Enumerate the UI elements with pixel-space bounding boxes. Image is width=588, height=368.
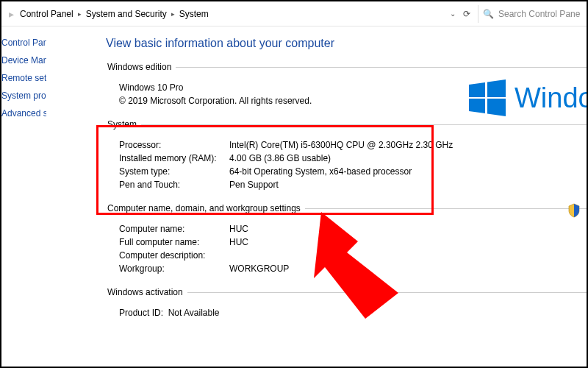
spec-value: Not Available <box>168 308 220 318</box>
chevron-right-icon: ▸ <box>7 8 15 20</box>
sidebar-item-home[interactable]: Control Panel Home <box>1 34 46 52</box>
windows-icon <box>469 79 506 116</box>
svg-marker-3 <box>487 99 506 116</box>
spec-label: Pen and Touch: <box>119 180 229 190</box>
spec-row: Installed memory (RAM): 4.00 GB (3.86 GB… <box>119 153 587 163</box>
breadcrumb: Control Panel ▸ System and Security ▸ Sy… <box>20 9 445 19</box>
windows-brand-text: Windows <box>514 82 587 114</box>
section-legend: Computer name, domain, and workgroup set… <box>106 203 305 213</box>
spec-value: WORKGROUP <box>229 263 289 274</box>
breadcrumb-item[interactable]: Control Panel <box>20 9 74 19</box>
chevron-down-icon[interactable]: ⌄ <box>450 10 456 18</box>
windows-edition-name: Windows 10 Pro <box>119 82 183 93</box>
spec-label: Installed memory (RAM): <box>119 153 229 163</box>
section-legend: Windows activation <box>106 287 187 297</box>
spec-value: Pen Support <box>229 180 279 190</box>
search-icon: 🔍 <box>483 9 494 19</box>
spec-value: Intel(R) Core(TM) i5-6300HQ CPU @ 2.30GH… <box>229 140 453 150</box>
breadcrumb-item[interactable]: System and Security <box>86 9 167 19</box>
sidebar-item-device-manager[interactable]: Device Manager <box>1 52 46 69</box>
spec-label: Product ID: <box>119 308 163 318</box>
search-placeholder: Search Control Panel <box>498 9 581 19</box>
windows-logo: Windows <box>469 79 587 116</box>
section-legend: System <box>106 119 141 130</box>
svg-marker-0 <box>469 82 485 97</box>
spec-row: Product ID: Not Available <box>119 308 587 318</box>
breadcrumb-item[interactable]: System <box>179 9 209 19</box>
spec-row: Computer name: HUC <box>119 224 587 234</box>
spec-label: Full computer name: <box>119 237 229 247</box>
sidebar-item-system-protection[interactable]: System protection <box>1 87 46 105</box>
spec-row: Computer description: <box>119 250 587 261</box>
windows-copyright: © 2019 Microsoft Corporation. All rights… <box>119 96 312 106</box>
section-system: System Processor: Intel(R) Core(TM) i5-6… <box>106 119 587 196</box>
spec-value: HUC <box>229 224 248 234</box>
section-legend: Windows edition <box>106 62 176 72</box>
spec-value: HUC <box>229 237 248 247</box>
svg-marker-1 <box>487 79 506 97</box>
address-bar: ▸ Control Panel ▸ System and Security ▸ … <box>1 1 587 26</box>
section-activation: Windows activation Product ID: Not Avail… <box>106 287 587 324</box>
spec-row: Workgroup: WORKGROUP <box>119 263 587 274</box>
spec-row: Pen and Touch: Pen Support <box>119 180 587 190</box>
shield-icon <box>567 203 581 218</box>
spec-label: Workgroup: <box>119 263 229 274</box>
spec-row: Full computer name: HUC <box>119 237 587 247</box>
content-pane: View basic information about your comput… <box>47 26 587 367</box>
sidebar: Control Panel Home Device Manager Remote… <box>1 26 47 367</box>
spec-label: Processor: <box>119 140 229 150</box>
sidebar-item-advanced-settings[interactable]: Advanced system settings <box>1 105 46 122</box>
chevron-right-icon: ▸ <box>78 10 82 18</box>
chevron-right-icon: ▸ <box>171 10 175 18</box>
address-bar-controls: ⌄ ⟳ 🔍 Search Control Panel <box>450 5 581 23</box>
page-title: View basic information about your comput… <box>106 37 587 50</box>
spec-value: 64-bit Operating System, x64-based proce… <box>229 166 412 177</box>
spec-row: System type: 64-bit Operating System, x6… <box>119 166 587 177</box>
spec-label: System type: <box>119 166 229 177</box>
spec-label: Computer description: <box>119 250 229 261</box>
search-input[interactable]: 🔍 Search Control Panel <box>478 5 581 23</box>
spec-label: Computer name: <box>119 224 229 234</box>
spec-row: Processor: Intel(R) Core(TM) i5-6300HQ C… <box>119 140 587 150</box>
section-computer-name: Computer name, domain, and workgroup set… <box>106 203 587 280</box>
svg-marker-2 <box>469 99 485 113</box>
spec-value: 4.00 GB (3.86 GB usable) <box>229 153 331 163</box>
sidebar-item-remote-settings[interactable]: Remote settings <box>1 69 46 87</box>
refresh-icon[interactable]: ⟳ <box>463 9 470 19</box>
